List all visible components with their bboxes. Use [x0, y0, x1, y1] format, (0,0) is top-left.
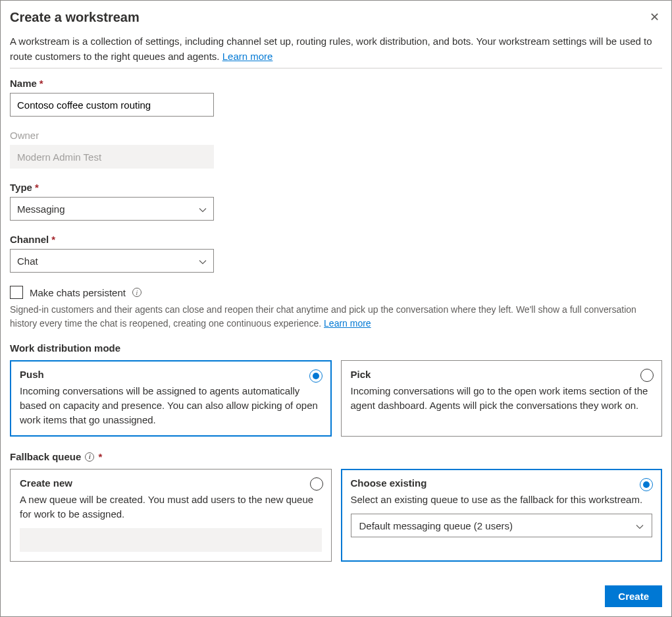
channel-label: Channel * [10, 234, 662, 245]
push-title: Push [20, 369, 322, 380]
create-button[interactable]: Create [605, 585, 662, 607]
fallback-queue-select[interactable]: Default messaging queue (2 users) [351, 514, 653, 537]
divider [10, 68, 662, 68]
fallback-cards: Create new A new queue will be created. … [10, 469, 662, 562]
owner-value: Modern Admin Test [17, 151, 101, 163]
description-text: A workstream is a collection of settings… [10, 36, 652, 62]
channel-select[interactable]: Chat [10, 249, 214, 273]
create-new-title: Create new [20, 477, 322, 489]
type-label: Type * [10, 182, 662, 193]
choose-existing-radio[interactable] [640, 478, 653, 491]
info-icon[interactable]: i [132, 288, 142, 297]
distribution-label: Work distribution mode [10, 342, 662, 354]
type-label-text: Type [10, 182, 32, 193]
name-label-text: Name [10, 78, 37, 89]
create-workstream-dialog: Create a workstream ✕ A workstream is a … [0, 0, 672, 617]
name-field: Name * [10, 78, 662, 117]
persistent-checkbox-row: Make chats persistent i [10, 286, 662, 299]
fallback-create-new-card[interactable]: Create new A new queue will be created. … [10, 469, 332, 562]
close-icon[interactable]: ✕ [647, 10, 662, 24]
owner-label: Owner [10, 130, 662, 141]
dialog-header: Create a workstream ✕ [10, 10, 662, 29]
persistent-label: Make chats persistent [30, 287, 126, 298]
distribution-push-card[interactable]: Push Incoming conversations will be assi… [10, 360, 332, 437]
distribution-pick-card[interactable]: Pick Incoming conversations will go to t… [341, 360, 663, 437]
pick-desc: Incoming conversations will go to the op… [351, 384, 653, 413]
create-new-name-input [20, 528, 322, 552]
channel-value: Chat [17, 255, 38, 267]
type-value: Messaging [17, 203, 65, 215]
create-new-radio[interactable] [310, 477, 323, 491]
pick-title: Pick [351, 369, 653, 380]
create-new-desc: A new queue will be created. You must ad… [20, 493, 322, 522]
dialog-title: Create a workstream [10, 10, 140, 25]
chevron-down-icon [199, 205, 207, 213]
required-asterisk: * [51, 234, 55, 245]
persistent-helper-text: Signed-in customers and their agents can… [10, 304, 636, 329]
fallback-label: Fallback queue i * [10, 451, 662, 462]
persistent-learn-more-link[interactable]: Learn more [324, 318, 371, 329]
push-radio[interactable] [309, 369, 323, 383]
fallback-label-text: Fallback queue [10, 451, 81, 462]
distribution-cards: Push Incoming conversations will be assi… [10, 360, 662, 437]
required-asterisk: * [35, 182, 39, 193]
choose-existing-desc: Select an existing queue to use as the f… [351, 493, 653, 507]
fallback-choose-existing-card[interactable]: Choose existing Select an existing queue… [341, 469, 663, 562]
pick-radio[interactable] [640, 369, 654, 382]
name-label: Name * [10, 78, 662, 89]
required-asterisk: * [39, 78, 43, 89]
owner-field: Owner Modern Admin Test [10, 130, 662, 169]
persistent-checkbox[interactable] [10, 286, 23, 299]
dialog-footer: Create [10, 585, 662, 607]
required-asterisk: * [98, 451, 102, 462]
channel-label-text: Channel [10, 234, 49, 245]
learn-more-link[interactable]: Learn more [222, 51, 273, 62]
chevron-down-icon [636, 522, 644, 529]
name-input[interactable] [10, 93, 214, 117]
fallback-queue-value: Default messaging queue (2 users) [359, 520, 513, 531]
type-select[interactable]: Messaging [10, 197, 214, 221]
persistent-helper: Signed-in customers and their agents can… [10, 303, 662, 331]
owner-input: Modern Admin Test [10, 145, 214, 169]
info-icon[interactable]: i [85, 452, 94, 462]
channel-field: Channel * Chat [10, 234, 662, 273]
type-field: Type * Messaging [10, 182, 662, 221]
chevron-down-icon [199, 257, 207, 265]
choose-existing-title: Choose existing [351, 477, 653, 489]
dialog-description: A workstream is a collection of settings… [10, 34, 662, 64]
push-desc: Incoming conversations will be assigned … [20, 384, 322, 427]
